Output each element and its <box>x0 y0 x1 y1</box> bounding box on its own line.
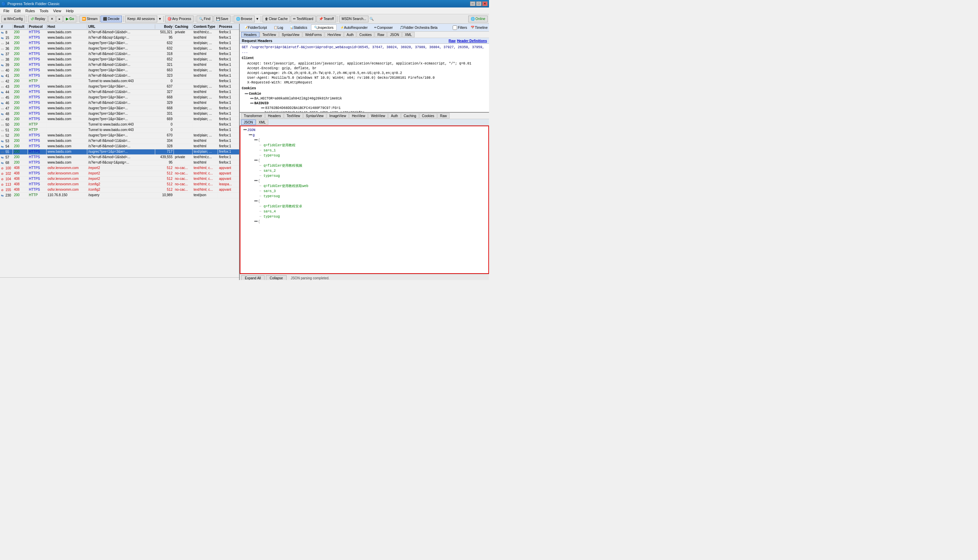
col-header-content[interactable]: Content-Type <box>192 25 218 29</box>
table-row[interactable]: ⇆ 53 200 HTTPS www.baidu.com /s?ie=utf-8… <box>0 138 239 144</box>
table-row[interactable]: ⇆ 37 200 HTTPS www.baidu.com /s?ie=utf-8… <box>0 52 239 57</box>
table-row[interactable]: ⊘ 104 408 HTTPS osfsr.lenovomm.com /repo… <box>0 177 239 182</box>
table-row[interactable]: ⊘ 102 408 HTTPS osfsr.lenovomm.com /repo… <box>0 171 239 177</box>
json-expand-more[interactable]: ➖ <box>254 220 258 224</box>
resp-hexview-tab[interactable]: HexView <box>349 113 368 118</box>
json-item-row-3[interactable]: ➖ { <box>253 199 486 204</box>
resp-raw-tab[interactable]: Raw <box>437 113 450 118</box>
col-header-url[interactable]: URL <box>87 25 155 29</box>
resp-cookies-tab[interactable]: Cookies <box>419 113 437 118</box>
table-row[interactable]: ▭ 52 200 HTTPS www.baidu.com /sugrec?pre… <box>0 133 239 138</box>
header-def-link[interactable]: Header Definitions <box>457 39 487 43</box>
autoresponder-tab[interactable]: ⚡ AutoResponder <box>337 25 371 30</box>
table-row[interactable]: ▭ 45 200 HTTPS www.baidu.com /sugrec?pre… <box>0 95 239 100</box>
save-button[interactable]: 💾 Save <box>214 16 231 22</box>
resp-auth-tab[interactable]: Auth <box>388 113 401 118</box>
composer-tab[interactable]: ✏ Composer <box>371 25 396 30</box>
x-button[interactable]: ✕ <box>48 16 56 22</box>
cookies-tab[interactable]: Cookies <box>357 32 374 37</box>
resp-transformer-tab[interactable]: Transformer <box>241 113 265 118</box>
auth-tab[interactable]: Auth <box>344 32 357 37</box>
table-row[interactable]: ▭ 34 200 HTTPS www.baidu.com /sugrec?pre… <box>0 41 239 46</box>
json-bottom-tab[interactable]: JSON <box>241 120 256 125</box>
statistics-tab[interactable]: 📊 Statistics <box>287 25 310 30</box>
fiddlerscript-tab[interactable]: 📝 FiddlerScript <box>241 25 270 30</box>
webforms-tab[interactable]: WebForms <box>302 32 325 37</box>
resp-imageview-tab[interactable]: ImageView <box>327 113 349 118</box>
table-row[interactable]: ⇆ 230 200 HTTP 110.76.8.150 /squery 10,9… <box>0 193 239 198</box>
col-header-body[interactable]: Body <box>155 25 174 29</box>
json-g-row[interactable]: ➖ g <box>248 133 486 138</box>
fiddler-orchestra-tab[interactable]: 🎵 Fiddler Orchestra Beta <box>397 25 441 30</box>
filters-label[interactable]: Filters <box>453 25 467 30</box>
table-row[interactable]: ⇆ 68 200 HTTPS www.baidu.com /s?ie=utf-8… <box>0 160 239 166</box>
raw-link[interactable]: Raw <box>449 39 456 43</box>
text-wizard-button[interactable]: ✏ TextWizard <box>291 16 315 22</box>
table-row[interactable]: ⇆ 41 200 HTTPS www.baidu.com /s?ie=utf-8… <box>0 73 239 79</box>
table-row[interactable]: ▭ 43 200 HTTPS www.baidu.com /sugrec?pre… <box>0 84 239 90</box>
headers-tab[interactable]: Headers <box>241 32 259 37</box>
table-row[interactable]: ⇆ 48 200 HTTPS www.baidu.com /sugrec?pre… <box>0 111 239 117</box>
tearoff-button[interactable]: 📌 Tearoff <box>317 16 336 22</box>
col-header-caching[interactable]: Caching <box>174 25 192 29</box>
table-row[interactable]: ⊘ 155 408 HTTPS osfsr.lenovomm.com /conf… <box>0 187 239 193</box>
collapse-button[interactable]: Collapse <box>266 275 287 280</box>
json-more-row[interactable]: ➖ { <box>253 219 486 224</box>
syntaxview-tab[interactable]: SyntaxView <box>279 32 302 37</box>
msdn-search-button[interactable]: MSDN Search... <box>339 16 369 22</box>
table-row[interactable]: ⇆ 46 200 HTTPS www.baidu.com /s?ie=utf-8… <box>0 100 239 106</box>
clear-cache-button[interactable]: 🗑 Clear Cache <box>262 16 290 22</box>
table-row[interactable]: ⇆ 8 200 HTTPS www.baidu.com /s?ie=utf-8&… <box>0 30 239 35</box>
col-header-num[interactable]: # <box>0 25 13 29</box>
stream-button[interactable]: ⏩ Stream <box>80 16 100 22</box>
browse-button[interactable]: 🌐 Browse <box>234 16 254 22</box>
menu-edit[interactable]: Edit <box>12 8 23 13</box>
filters-checkbox[interactable] <box>453 25 457 30</box>
decode-button[interactable]: ⬛ Decode <box>100 16 122 22</box>
xml-bottom-tab[interactable]: XML <box>256 120 269 125</box>
textview-tab[interactable]: TextView <box>260 32 279 37</box>
col-header-process[interactable]: Process <box>218 25 240 29</box>
hexview-tab[interactable]: HexView <box>325 32 343 37</box>
menu-help[interactable]: Help <box>64 8 76 13</box>
arrow-button[interactable]: ▸ <box>57 16 63 22</box>
table-row[interactable]: ▭ 38 200 HTTPS www.baidu.com /sugrec?pre… <box>0 57 239 62</box>
col-header-result[interactable]: Result <box>13 25 28 29</box>
resp-caching-tab[interactable]: Caching <box>401 113 419 118</box>
table-row[interactable]: ▭ 42 200 HTTP Tunnel to www.baidu.com:44… <box>0 79 239 84</box>
inspectors-tab[interactable]: 🔍 Inspectors <box>311 25 337 30</box>
table-row[interactable]: ▭ 55 200 HTTPS www.baidu.com /sugrec?pre… <box>0 149 239 155</box>
table-row[interactable]: ▭ 50 200 HTTP Tunnel to www.baidu.com:44… <box>0 122 239 128</box>
replay-button[interactable]: ↺ Replay <box>28 16 48 22</box>
resp-webview-tab[interactable]: WebView <box>368 113 388 118</box>
go-button[interactable]: ▶ Go <box>63 16 77 22</box>
table-row[interactable]: ▭ 51 200 HTTP Tunnel to www.baidu.com:44… <box>0 128 239 133</box>
keep-button[interactable]: Keep: All sessions <box>125 16 157 22</box>
table-row[interactable]: ⊘ 113 408 HTTPS osfsr.lenovomm.com /conf… <box>0 182 239 187</box>
json-expand-item-1[interactable]: ➖ <box>254 158 258 163</box>
menu-file[interactable]: File <box>2 8 12 13</box>
table-row[interactable]: ▭ 47 200 HTTPS www.baidu.com /sugrec?pre… <box>0 106 239 111</box>
online-button[interactable]: 🌐 Online <box>468 16 487 22</box>
maximize-button[interactable]: □ <box>476 2 482 6</box>
json-expand-item-0[interactable]: ➖ <box>254 138 258 143</box>
cookie-expander[interactable]: ➖ Cookie <box>245 92 487 97</box>
xml-tab[interactable]: XML <box>402 32 415 37</box>
table-row[interactable]: ⇆ 57 200 HTTPS www.baidu.com /s?ie=utf-8… <box>0 155 239 160</box>
resp-syntaxview-tab[interactable]: SyntaxView <box>303 113 326 118</box>
table-row[interactable]: ⊘ 100 408 HTTPS osfsr.lenovomm.com /repo… <box>0 166 239 171</box>
find-button[interactable]: 🔍 Find <box>197 16 213 22</box>
resp-textview-tab[interactable]: TextView <box>284 113 303 118</box>
raw-tab[interactable]: Raw <box>375 32 387 37</box>
minimize-button[interactable]: ─ <box>470 2 476 6</box>
json-item-row-1[interactable]: ➖ { <box>253 158 486 163</box>
menu-rules[interactable]: Rules <box>23 8 37 13</box>
json-item-row-2[interactable]: ➖ { <box>253 178 486 183</box>
table-row[interactable]: ⇆ 39 200 HTTPS www.baidu.com /s?ie=utf-8… <box>0 62 239 68</box>
winconfig-button[interactable]: ⊞ WinConfig <box>2 16 25 22</box>
menu-view[interactable]: View <box>51 8 63 13</box>
json-expand-item-2[interactable]: ➖ <box>254 179 258 183</box>
table-row[interactable]: ▭ 40 200 HTTPS www.baidu.com /sugrec?pre… <box>0 68 239 73</box>
col-header-host[interactable]: Host <box>47 25 87 29</box>
json-expand-g[interactable]: ➖ <box>249 133 253 138</box>
